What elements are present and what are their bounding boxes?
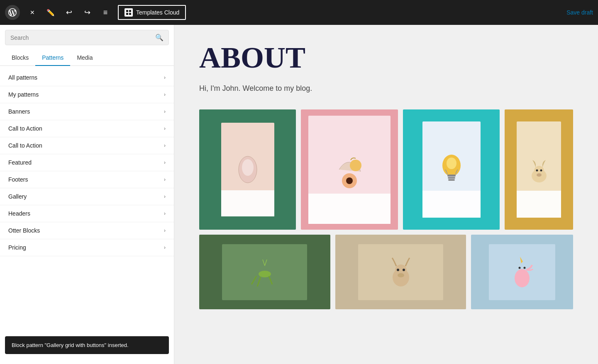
edit-button[interactable]: ✏️ (43, 5, 58, 20)
crystal-svg (233, 151, 262, 188)
svg-line-21 (251, 276, 256, 284)
sidebar-item-call-to-action-1[interactable]: Call to Action › (0, 120, 174, 137)
svg-point-5 (242, 159, 254, 176)
svg-line-25 (265, 260, 267, 266)
tabs: Blocks Patterns Media (0, 50, 174, 66)
pattern-item-label: Otter Blocks (8, 227, 40, 234)
sidebar-item-headers[interactable]: Headers › (0, 205, 174, 222)
pattern-item-label: Call to Action (8, 142, 42, 149)
gallery-item-5 (199, 235, 330, 309)
pattern-item-label: Footers (8, 176, 28, 183)
tab-patterns[interactable]: Patterns (35, 50, 70, 66)
pattern-item-label: Pricing (8, 244, 26, 251)
toolbar: ✕ ✏️ ↩ ↪ ≡ Templates Cloud Save draft (0, 0, 598, 25)
sidebar: 🔍 Blocks Patterns Media All patterns › M… (0, 25, 174, 364)
gallery-row-1 (199, 109, 573, 230)
chevron-icon: › (164, 109, 166, 114)
about-subtitle: Hi, I'm John. Welcome to my blog. (199, 84, 573, 93)
search-button[interactable]: 🔍 (155, 34, 164, 41)
chevron-icon: › (164, 92, 166, 97)
chevron-icon: › (164, 126, 166, 131)
chevron-icon: › (164, 211, 166, 216)
svg-line-24 (263, 260, 265, 266)
bulb-svg (437, 151, 466, 188)
tab-media[interactable]: Media (70, 50, 99, 66)
close-button[interactable]: ✕ (25, 5, 40, 20)
templates-cloud-label: Templates Cloud (136, 9, 179, 16)
deer-head-svg (527, 155, 552, 184)
menu-icon: ≡ (103, 8, 108, 17)
svg-point-31 (515, 269, 530, 287)
redo-button[interactable]: ↪ (80, 5, 95, 20)
gallery-item-7 (471, 235, 573, 309)
about-title: ABOUT (199, 41, 573, 74)
chevron-icon: › (164, 143, 166, 148)
svg-rect-2 (126, 13, 128, 15)
search-box: 🔍 (5, 30, 169, 45)
toast-notification: Block pattern "Gallery grid with buttons… (5, 336, 169, 354)
svg-point-29 (403, 269, 405, 271)
main-layout: 🔍 Blocks Patterns Media All patterns › M… (0, 25, 598, 364)
deer-face-svg (386, 255, 415, 290)
svg-point-10 (447, 158, 456, 169)
chevron-icon: › (164, 160, 166, 165)
pattern-item-label: Gallery (8, 193, 27, 200)
pencil-icon: ✏️ (46, 9, 55, 17)
unicorn-svg (510, 253, 535, 291)
undo-button[interactable]: ↩ (61, 5, 76, 20)
svg-point-7 (346, 177, 353, 184)
wp-logo (5, 5, 20, 20)
svg-rect-1 (129, 10, 131, 12)
gallery-item-4 (505, 109, 573, 230)
chevron-icon: › (164, 245, 166, 250)
pattern-item-label: Headers (8, 210, 30, 217)
sidebar-item-banners[interactable]: Banners › (0, 103, 174, 120)
search-input[interactable] (10, 34, 152, 41)
toast-message: Block pattern "Gallery grid with buttons… (12, 342, 129, 348)
svg-rect-12 (448, 177, 455, 179)
gallery-item-white-bar (517, 191, 561, 218)
sidebar-item-footers[interactable]: Footers › (0, 171, 174, 188)
svg-point-16 (536, 170, 538, 172)
redo-icon: ↪ (84, 8, 90, 17)
gallery-row-2 (199, 235, 573, 309)
gallery-item-3 (403, 109, 500, 230)
pattern-item-label: My patterns (8, 91, 39, 98)
chevron-icon: › (164, 75, 166, 80)
content-area: ABOUT Hi, I'm John. Welcome to my blog. (174, 25, 598, 364)
gallery-item-6 (335, 235, 466, 309)
sidebar-item-call-to-action-2[interactable]: Call to Action › (0, 137, 174, 154)
search-container: 🔍 (0, 25, 174, 45)
templates-cloud-button[interactable]: Templates Cloud (118, 5, 186, 20)
svg-rect-3 (129, 13, 131, 15)
gallery-item-1 (199, 109, 296, 230)
sidebar-item-all-patterns[interactable]: All patterns › (0, 69, 174, 86)
gallery-item-white-bar (308, 194, 391, 224)
sidebar-item-featured[interactable]: Featured › (0, 154, 174, 171)
sidebar-item-otter-blocks[interactable]: Otter Blocks › (0, 222, 174, 239)
pattern-item-label: Banners (8, 108, 30, 115)
pattern-item-label: All patterns (8, 74, 37, 81)
svg-point-30 (398, 273, 404, 277)
svg-point-28 (397, 269, 399, 271)
templates-cloud-icon (124, 8, 133, 17)
gallery-item-white-bar (221, 190, 274, 216)
sidebar-item-my-patterns[interactable]: My patterns › (0, 86, 174, 103)
pattern-item-label: Featured (8, 159, 32, 166)
svg-point-33 (519, 267, 521, 269)
menu-button[interactable]: ≡ (98, 5, 113, 20)
tab-blocks[interactable]: Blocks (5, 50, 35, 66)
pattern-list: All patterns › My patterns › Banners › C… (0, 66, 174, 364)
chevron-icon: › (164, 194, 166, 199)
save-draft-button[interactable]: Save draft (566, 9, 593, 16)
svg-point-34 (524, 267, 526, 269)
gallery-item-2 (301, 109, 398, 230)
sidebar-item-gallery[interactable]: Gallery › (0, 188, 174, 205)
gallery-item-white-bar (422, 191, 481, 218)
undo-icon: ↩ (66, 8, 72, 17)
grasshopper-svg (248, 251, 281, 293)
sidebar-item-pricing[interactable]: Pricing › (0, 239, 174, 256)
svg-rect-0 (126, 10, 128, 12)
food-svg (331, 151, 368, 188)
svg-point-17 (540, 170, 542, 172)
